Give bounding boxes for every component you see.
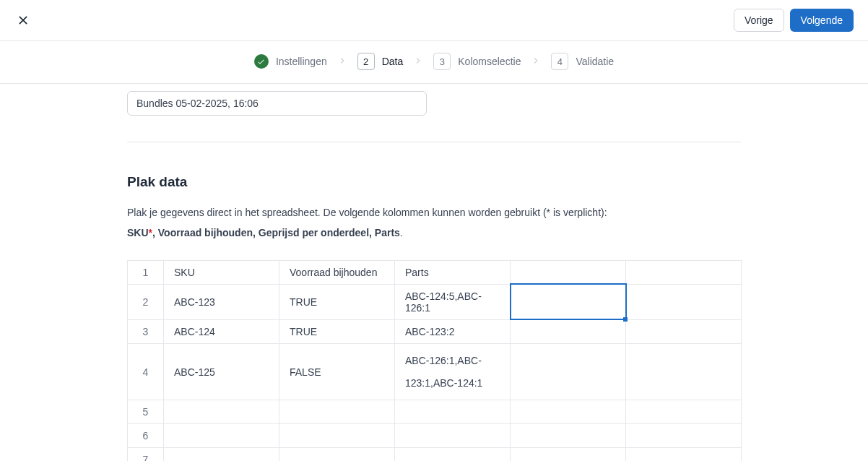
required-column: SKU: [127, 227, 149, 238]
stepper: Instellingen 2 Data 3 Kolomselectie 4 Va…: [0, 41, 868, 84]
cell[interactable]: [626, 448, 742, 461]
step-kolomselectie[interactable]: 3 Kolomselectie: [433, 53, 521, 70]
row-number[interactable]: 6: [128, 424, 164, 448]
step-number: 2: [357, 53, 375, 70]
row-number[interactable]: 3: [128, 319, 164, 343]
table-row: 1SKUVoorraad bijhoudenParts: [128, 260, 742, 284]
cell[interactable]: [626, 400, 742, 424]
cell[interactable]: ABC-126:1,ABC-123:1,ABC-124:1: [395, 343, 511, 400]
row-number[interactable]: 7: [128, 448, 164, 461]
cell[interactable]: [395, 400, 511, 424]
cell[interactable]: SKU: [164, 260, 279, 284]
spreadsheet-body: 1SKUVoorraad bijhoudenParts2ABC-123TRUEA…: [128, 260, 742, 461]
header: Vorige Volgende: [0, 0, 868, 41]
cell[interactable]: [279, 400, 395, 424]
cell[interactable]: [626, 260, 742, 284]
name-input[interactable]: [127, 91, 427, 116]
main-content: Plak data Plak je gegevens direct in het…: [127, 84, 741, 461]
table-row: 4ABC-125FALSEABC-126:1,ABC-123:1,ABC-124…: [128, 343, 742, 400]
step-data[interactable]: 2 Data: [357, 53, 404, 70]
cell[interactable]: [511, 424, 626, 448]
cell[interactable]: [164, 400, 279, 424]
close-icon: [17, 14, 29, 26]
section-description: Plak je gegevens direct in het spreadshe…: [127, 204, 741, 220]
close-button[interactable]: [14, 12, 32, 29]
cell[interactable]: ABC-123:2: [395, 319, 511, 343]
step-label: Instellingen: [276, 56, 327, 67]
cell[interactable]: [511, 284, 626, 319]
table-row: 7: [128, 448, 742, 461]
step-label: Kolomselectie: [458, 56, 521, 67]
row-number[interactable]: 1: [128, 260, 164, 284]
table-row: 3ABC-124TRUEABC-123:2: [128, 319, 742, 343]
chevron-right-icon: [413, 56, 423, 68]
cell[interactable]: [164, 424, 279, 448]
cell[interactable]: ABC-124: [164, 319, 279, 343]
section-title: Plak data: [127, 174, 741, 190]
cell[interactable]: ABC-123: [164, 284, 279, 319]
cell[interactable]: [626, 343, 742, 400]
step-label: Validatie: [576, 56, 614, 67]
table-row: 6: [128, 424, 742, 448]
cell[interactable]: ABC-124:5,ABC-126:1: [395, 284, 511, 319]
cell[interactable]: [395, 424, 511, 448]
cell[interactable]: [511, 319, 626, 343]
next-button[interactable]: Volgende: [790, 9, 854, 32]
cell[interactable]: [164, 448, 279, 461]
cell[interactable]: [395, 448, 511, 461]
step-instellingen[interactable]: Instellingen: [254, 54, 327, 69]
cell[interactable]: FALSE: [279, 343, 395, 400]
divider: [127, 142, 741, 142]
cell[interactable]: [626, 284, 742, 319]
header-buttons: Vorige Volgende: [734, 9, 854, 32]
chevron-right-icon: [337, 56, 347, 68]
cell[interactable]: Voorraad bijhouden: [279, 260, 395, 284]
row-number[interactable]: 4: [128, 343, 164, 400]
cell[interactable]: ABC-125: [164, 343, 279, 400]
step-label: Data: [382, 56, 404, 67]
cell[interactable]: [626, 319, 742, 343]
previous-button[interactable]: Vorige: [734, 9, 784, 32]
cell[interactable]: [511, 343, 626, 400]
cell[interactable]: [511, 400, 626, 424]
cell[interactable]: [279, 424, 395, 448]
columns-list: SKU*, Voorraad bijhouden, Geprijsd per o…: [127, 225, 741, 241]
table-row: 2ABC-123TRUEABC-124:5,ABC-126:1: [128, 284, 742, 319]
table-row: 5: [128, 400, 742, 424]
step-validatie[interactable]: 4 Validatie: [551, 53, 614, 70]
cell[interactable]: [626, 424, 742, 448]
check-icon: [254, 54, 269, 69]
cell[interactable]: [511, 260, 626, 284]
row-number[interactable]: 5: [128, 400, 164, 424]
other-columns: , Voorraad bijhouden, Geprijsd per onder…: [152, 227, 400, 238]
row-number[interactable]: 2: [128, 284, 164, 319]
cell[interactable]: TRUE: [279, 284, 395, 319]
step-number: 4: [551, 53, 568, 70]
cell[interactable]: [279, 448, 395, 461]
step-number: 3: [433, 53, 451, 70]
cell[interactable]: TRUE: [279, 319, 395, 343]
cell[interactable]: [511, 448, 626, 461]
cell[interactable]: Parts: [395, 260, 511, 284]
spreadsheet[interactable]: 1SKUVoorraad bijhoudenParts2ABC-123TRUEA…: [127, 260, 742, 461]
chevron-right-icon: [531, 56, 541, 68]
